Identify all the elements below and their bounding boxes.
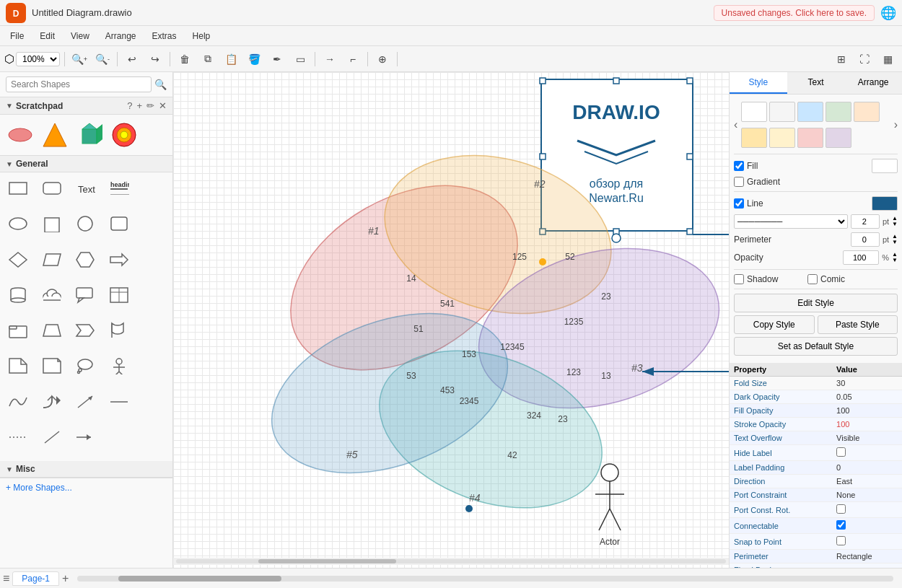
shape-rounded-square[interactable] bbox=[104, 211, 134, 237]
undo-button[interactable]: ↩ bbox=[122, 50, 142, 69]
line-weight-spinner[interactable]: ▲▼ bbox=[892, 216, 898, 227]
shape-button[interactable]: ▭ bbox=[290, 50, 310, 69]
shape-cloud[interactable] bbox=[37, 282, 67, 308]
canvas-container[interactable]: DRAW.IO обзор для Newart.Ru bbox=[173, 72, 729, 568]
swatch-lightgreen[interactable] bbox=[826, 102, 851, 122]
menu-arrange[interactable]: Arrange bbox=[98, 29, 144, 43]
shape-hexagon[interactable] bbox=[70, 247, 100, 273]
fill-color-button[interactable]: 🪣 bbox=[244, 50, 264, 69]
shape-cylinder[interactable] bbox=[3, 282, 33, 308]
copy-button[interactable]: 📋 bbox=[221, 50, 241, 69]
redo-button[interactable]: ↪ bbox=[145, 50, 165, 69]
tab-text[interactable]: Text bbox=[787, 72, 845, 94]
shape-ellipse[interactable] bbox=[3, 211, 33, 237]
fit-page-button[interactable]: ⊞ bbox=[831, 50, 851, 69]
zoom-in-button[interactable]: 🔍+ bbox=[69, 50, 89, 69]
swatch-lightorange[interactable] bbox=[854, 102, 880, 122]
shape-person[interactable] bbox=[104, 353, 134, 379]
scratchpad-triangle[interactable] bbox=[40, 120, 69, 149]
shape-line[interactable] bbox=[104, 389, 134, 415]
general-header[interactable]: ▼ General bbox=[0, 156, 172, 172]
shape-thought-bubble[interactable] bbox=[70, 353, 100, 379]
hide-label-checkbox[interactable] bbox=[836, 447, 846, 457]
opacity-spinner[interactable]: ▲▼ bbox=[892, 252, 898, 263]
edit-style-button[interactable]: Edit Style bbox=[734, 294, 898, 312]
opacity-input[interactable] bbox=[843, 250, 879, 265]
zoom-control[interactable]: ⬡ 100%50%75%125%150% bbox=[4, 52, 60, 66]
shape-trapezoid[interactable] bbox=[37, 317, 67, 343]
tab-arrange[interactable]: Arrange bbox=[844, 72, 902, 94]
fill-color-box[interactable] bbox=[872, 159, 898, 173]
shape-rounded-rect[interactable] bbox=[37, 175, 67, 201]
shape-diagonal-line[interactable] bbox=[37, 424, 67, 450]
swatch-lightpink[interactable] bbox=[797, 128, 823, 148]
copy-style-button[interactable]: Copy Style bbox=[734, 315, 815, 334]
page-menu-icon[interactable]: ≡ bbox=[3, 572, 9, 585]
menu-help[interactable]: Help bbox=[185, 29, 218, 43]
shape-table[interactable] bbox=[104, 282, 134, 308]
comic-checkbox[interactable] bbox=[807, 274, 818, 284]
line-color-button[interactable]: ✒ bbox=[267, 50, 287, 69]
shape-text[interactable]: Text bbox=[70, 175, 100, 201]
swatch-lavender[interactable] bbox=[826, 128, 851, 148]
scratchpad-cube[interactable] bbox=[75, 120, 104, 149]
port-const-rot-checkbox[interactable] bbox=[836, 504, 846, 514]
connection-button[interactable]: → bbox=[320, 50, 340, 69]
search-input[interactable] bbox=[6, 76, 152, 92]
line-weight-input[interactable] bbox=[851, 214, 880, 229]
scratchpad-close-icon[interactable]: ✕ bbox=[159, 100, 167, 111]
search-icon[interactable]: 🔍 bbox=[154, 79, 167, 90]
perimeter-spinner[interactable]: ▲▼ bbox=[892, 234, 898, 245]
swatches-nav-left[interactable]: ‹ bbox=[734, 118, 737, 131]
paste-style-button[interactable]: Paste Style bbox=[818, 315, 898, 334]
zoom-select[interactable]: 100%50%75%125%150% bbox=[16, 52, 60, 66]
swatch-lightgray[interactable] bbox=[769, 102, 795, 122]
shape-circle[interactable] bbox=[70, 211, 100, 237]
scratchpad-help-icon[interactable]: ? bbox=[127, 100, 132, 111]
swatch-lightblue[interactable] bbox=[797, 102, 823, 122]
swatches-nav-right[interactable]: › bbox=[894, 118, 898, 131]
zoom-out-button[interactable]: 🔍- bbox=[92, 50, 113, 69]
shape-heading[interactable]: heading————— bbox=[104, 175, 134, 201]
shape-callout[interactable] bbox=[70, 282, 100, 308]
line-checkbox[interactable] bbox=[734, 198, 744, 209]
menu-file[interactable]: File bbox=[3, 29, 31, 43]
unsaved-changes-button[interactable]: Unsaved changes. Click here to save. bbox=[714, 5, 875, 21]
shape-flag[interactable] bbox=[104, 317, 134, 343]
shape-folder[interactable] bbox=[3, 317, 33, 343]
format-button[interactable]: ▦ bbox=[877, 50, 898, 69]
shape-diagonal-arrow[interactable] bbox=[70, 389, 100, 415]
scratchpad-ellipse[interactable] bbox=[6, 120, 35, 149]
delete-button[interactable]: 🗑 bbox=[175, 50, 195, 69]
shape-curve[interactable] bbox=[3, 389, 33, 415]
perimeter-input[interactable] bbox=[851, 232, 880, 247]
shape-arrow-right[interactable] bbox=[104, 247, 134, 273]
scratchpad-header[interactable]: ▼ Scratchpad ? + ✏ ✕ bbox=[0, 97, 172, 115]
shape-page[interactable] bbox=[3, 353, 33, 379]
waypoint-button[interactable]: ⌐ bbox=[343, 50, 363, 69]
set-default-style-button[interactable]: Set as Default Style bbox=[734, 337, 898, 356]
shape-arrow-line[interactable] bbox=[70, 424, 100, 450]
connectable-checkbox[interactable] bbox=[836, 520, 846, 530]
line-style-select[interactable]: ──────── - - - - - ········· bbox=[734, 214, 848, 229]
duplicate-button[interactable]: ⧉ bbox=[198, 50, 218, 69]
scratchpad-edit-icon[interactable]: ✏ bbox=[146, 100, 154, 111]
menu-extras[interactable]: Extras bbox=[145, 29, 184, 43]
menu-view[interactable]: View bbox=[64, 29, 97, 43]
snap-to-point-checkbox[interactable] bbox=[836, 536, 846, 545]
misc-header[interactable]: ▼ Misc bbox=[0, 461, 172, 478]
shape-chevron[interactable] bbox=[70, 317, 100, 343]
swatch-yellow[interactable] bbox=[741, 128, 767, 148]
shape-diamond[interactable] bbox=[3, 247, 33, 273]
scratchpad-add-icon[interactable]: + bbox=[136, 100, 142, 111]
shape-bent-arrow[interactable] bbox=[37, 389, 67, 415]
more-shapes-button[interactable]: + More Shapes... bbox=[0, 478, 172, 497]
tab-style[interactable]: Style bbox=[730, 72, 787, 94]
swatch-white[interactable] bbox=[741, 102, 767, 122]
swatch-lightyellow[interactable] bbox=[769, 128, 795, 148]
shape-rectangle[interactable] bbox=[3, 175, 33, 201]
page-tab-1[interactable]: Page-1 bbox=[12, 571, 59, 586]
shape-dotted-line[interactable] bbox=[3, 424, 33, 450]
scratchpad-target[interactable] bbox=[110, 120, 139, 149]
fill-checkbox[interactable] bbox=[734, 161, 744, 171]
